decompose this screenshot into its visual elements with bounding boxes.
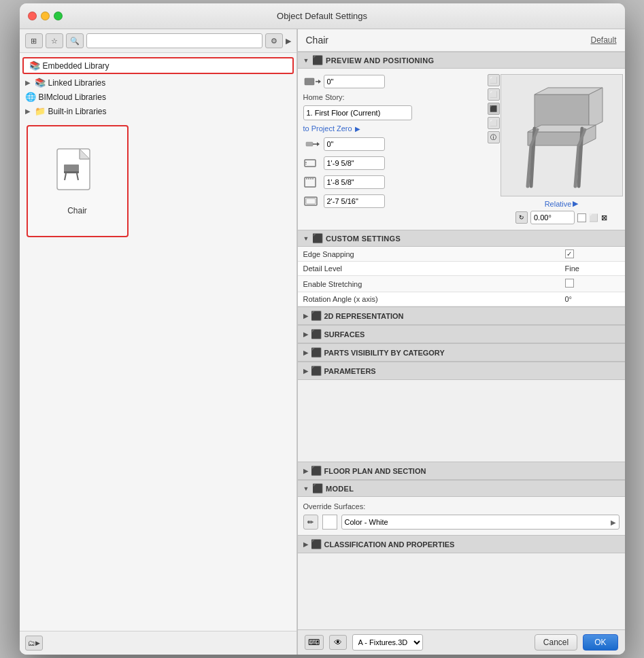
detail-level-label: Detail Level xyxy=(303,264,565,273)
classification-arrow-icon: ▶ xyxy=(303,541,308,548)
home-story-select-row: 1. First Floor (Current) xyxy=(303,105,485,120)
mirror-x-checkbox[interactable] xyxy=(577,213,586,222)
ok-button[interactable]: OK xyxy=(583,634,617,651)
preview-section-label: PREVIEW AND POSITIONING xyxy=(326,56,434,65)
gear-button[interactable]: ⚙ xyxy=(265,33,283,48)
move-icon xyxy=(303,74,321,89)
main-window: Object Default Settings ⊞ ☆ 🔍 ⚙ ▶ xyxy=(20,3,625,655)
bottom-bar: ⌨ 👁 A - Fixtures.3D Cancel OK xyxy=(298,629,625,655)
sidebar-item-builtin-libraries[interactable]: ▶ 📁 Built-in Libraries xyxy=(20,104,296,118)
preview-section-header[interactable]: ▼ ⬛ PREVIEW AND POSITIONING xyxy=(298,52,625,69)
surface-dropdown[interactable]: Color - White ▶ xyxy=(341,515,620,530)
preview-section: ▼ ⬛ PREVIEW AND POSITIONING xyxy=(298,52,625,230)
chair-thumbnail[interactable]: Chair xyxy=(27,125,129,237)
preview-controls: Home Story: 1. First Floor (Current) xyxy=(303,74,485,224)
left-panel: ⊞ ☆ 🔍 ⚙ ▶ 📚 Embedded Library xyxy=(20,29,297,655)
chair-3d-render xyxy=(514,81,609,190)
navigate-button[interactable]: ⊞ xyxy=(25,33,43,48)
parts-label: PARTS VISIBILITY BY CATEGORY xyxy=(324,349,445,357)
elevation-icon xyxy=(303,137,321,152)
project-zero-row: to Project Zero ▶ xyxy=(303,124,485,133)
sidebar-item-bimcloud-libraries[interactable]: 🌐 BIMcloud Libraries xyxy=(20,90,296,104)
search-button[interactable]: 🔍 xyxy=(66,33,84,48)
view-buttons: ⬜ ⬜ ⬛ ⬜ ⓘ xyxy=(488,74,500,143)
view-info-button[interactable]: ⓘ xyxy=(488,131,500,143)
rep-2d-label: 2D REPRESENTATION xyxy=(324,312,404,320)
library-icon: 📚 xyxy=(29,60,40,71)
rep-2d-arrow-icon: ▶ xyxy=(303,313,308,319)
depth-input[interactable] xyxy=(324,194,385,208)
layer-select[interactable]: A - Fixtures.3D xyxy=(352,634,423,651)
rotation-icon: ↻ xyxy=(515,211,528,224)
svg-rect-10 xyxy=(306,142,313,146)
visibility-toggle-button[interactable]: 👁 xyxy=(329,635,347,650)
surface-edit-button[interactable]: ✏ xyxy=(303,515,318,530)
embedded-library-label: Embedded Library xyxy=(43,61,109,71)
bottom-library-button[interactable]: ⌨ xyxy=(305,635,324,650)
override-surfaces-label: Override Surfaces: xyxy=(303,502,620,510)
search-input[interactable] xyxy=(86,33,262,48)
elevation-input[interactable] xyxy=(324,137,385,151)
surface-dropdown-arrow: ▶ xyxy=(611,519,616,526)
custom-settings-body: Edge Snapping ✓ Detail Level Fine xyxy=(298,247,625,307)
parts-icon: ⬛ xyxy=(311,347,322,358)
model-section-body: Override Surfaces: ✏ Color - White ▶ xyxy=(298,497,625,535)
model-arrow-icon: ▼ xyxy=(303,485,309,492)
floor-plan-arrow-icon: ▶ xyxy=(303,468,308,474)
floor-plan-section[interactable]: ▶ ⬛ FLOOR PLAN AND SECTION xyxy=(298,462,625,480)
builtin-arrow-icon: ▶ xyxy=(25,107,32,115)
arrow-icon: ▶ xyxy=(286,37,291,46)
parts-visibility-section[interactable]: ▶ ⬛ PARTS VISIBILITY BY CATEGORY xyxy=(298,343,625,362)
favorites-button[interactable]: ☆ xyxy=(46,33,63,48)
custom-settings-label: CUSTOM SETTINGS xyxy=(326,235,401,243)
classification-section[interactable]: ▶ ⬛ CLASSIFICATION AND PROPERTIES xyxy=(298,535,625,553)
library-tree: 📚 Embedded Library ▶ 📚 Linked Libraries … xyxy=(20,53,296,631)
default-link[interactable]: Default xyxy=(590,35,616,45)
surface-color-swatch[interactable] xyxy=(322,515,337,530)
edge-snapping-checkbox[interactable]: ✓ xyxy=(565,249,574,258)
floor-plan-label: FLOOR PLAN AND SECTION xyxy=(324,467,426,475)
representation-2d-section[interactable]: ▶ ⬛ 2D REPRESENTATION xyxy=(298,307,625,325)
chair-preview xyxy=(501,74,623,196)
home-story-label: Home Story: xyxy=(303,93,351,101)
item-thumbnail-label: Chair xyxy=(67,206,87,215)
maximize-button[interactable] xyxy=(54,12,63,20)
relative-button[interactable]: Relative ▶ xyxy=(545,199,579,208)
to-project-zero-link[interactable]: to Project Zero xyxy=(303,124,352,133)
close-button[interactable] xyxy=(28,12,37,20)
collapse-arrow-icon: ▶ xyxy=(25,79,32,86)
rotation-input[interactable] xyxy=(530,211,575,224)
height-input[interactable] xyxy=(324,175,385,189)
cancel-button[interactable]: Cancel xyxy=(535,634,577,651)
custom-settings-header[interactable]: ▼ ⬛ CUSTOM SETTINGS xyxy=(298,230,625,247)
rotation-row: ↻ ⬜ ⊠ xyxy=(515,211,607,224)
folder-icon: 📁 xyxy=(35,106,46,116)
view-side-button[interactable]: ⬜ xyxy=(488,117,500,129)
parameters-section[interactable]: ▶ ⬛ PARAMETERS xyxy=(298,362,625,380)
sidebar-item-linked-libraries[interactable]: ▶ 📚 Linked Libraries xyxy=(20,75,296,90)
library-manager-button[interactable]: 🗂 ▶ xyxy=(25,636,43,651)
linked-library-icon: 📚 xyxy=(35,77,46,88)
settings-scroll[interactable]: ▼ ⬛ PREVIEW AND POSITIONING xyxy=(298,52,625,629)
search-icon: 🔍 xyxy=(70,37,80,46)
home-story-select[interactable]: 1. First Floor (Current) xyxy=(303,105,412,120)
width-input[interactable] xyxy=(324,156,385,170)
sidebar-item-embedded-library[interactable]: 📚 Embedded Library xyxy=(22,57,294,74)
preview-section-body: Home Story: 1. First Floor (Current) xyxy=(298,69,625,230)
surface-color-label: Color - White xyxy=(345,518,388,526)
surfaces-section[interactable]: ▶ ⬛ SURFACES xyxy=(298,325,625,343)
enable-stretching-checkbox[interactable] xyxy=(565,279,574,288)
position-input-1[interactable] xyxy=(324,75,385,88)
view-3d-button[interactable]: ⬛ xyxy=(488,103,500,115)
model-section-header[interactable]: ▼ ⬛ MODEL xyxy=(298,480,625,497)
table-row: Detail Level Fine xyxy=(298,262,625,276)
view-front-button[interactable]: ⬜ xyxy=(488,88,500,101)
params-label: PARAMETERS xyxy=(324,367,376,375)
rep-2d-icon: ⬛ xyxy=(311,311,322,321)
preview-collapse-icon: ▼ xyxy=(303,57,309,64)
view-top-button[interactable]: ⬜ xyxy=(488,74,500,86)
minimize-button[interactable] xyxy=(41,12,50,20)
svg-marker-12 xyxy=(317,142,320,146)
star-icon: ☆ xyxy=(51,37,58,46)
main-content: ⊞ ☆ 🔍 ⚙ ▶ 📚 Embedded Library xyxy=(20,29,625,655)
